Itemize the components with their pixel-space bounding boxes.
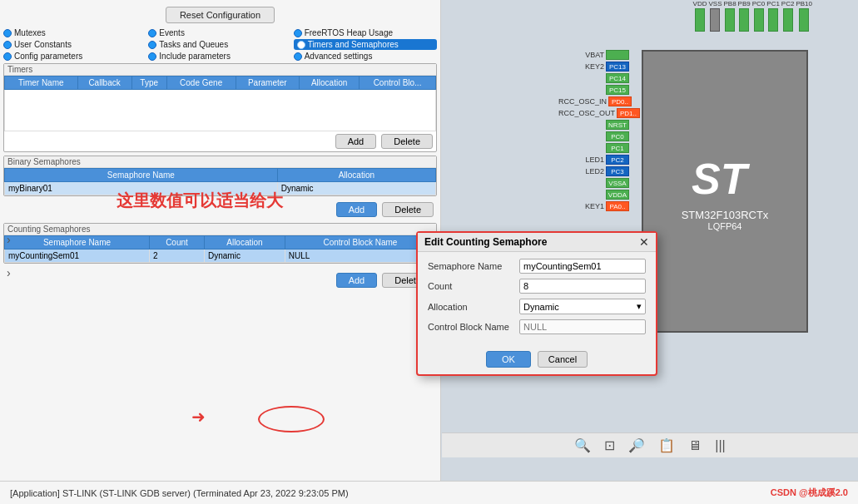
th-control-block: Control Blo... [360, 77, 436, 90]
counting-semaphores-table: Semaphore Name Count Allocation Control … [4, 235, 436, 263]
st-logo: ST [687, 152, 762, 202]
pin-box-pc0: PC0 [606, 131, 629, 141]
radio-mutexes[interactable]: Mutexes [3, 28, 146, 37]
counting-data-row[interactable]: myCountingSem01 2 Dynamic NULL [5, 250, 436, 263]
pin-col-pc2: PC2 [781, 0, 795, 32]
pin-col-vss: VSS [708, 0, 722, 32]
timers-add-button[interactable]: Add [335, 134, 377, 149]
th-parameter: Parameter [236, 77, 300, 90]
radio-timers-semaphores[interactable]: Timers and Semaphores [294, 39, 437, 50]
form-row-count: Count [428, 279, 646, 294]
copy-icon[interactable]: 📋 [658, 437, 675, 453]
add-circle-highlight [258, 406, 325, 432]
pin-pb8 [725, 8, 735, 32]
pin-row-pc15: PC15 [558, 85, 640, 95]
fit-icon[interactable]: ⊡ [604, 437, 615, 453]
control-block-input[interactable] [519, 319, 646, 334]
pin-box-vdda: VDDA [606, 190, 629, 200]
left-panel: Reset Configuration Mutexes Events FreeR… [0, 0, 441, 481]
modal-title: Edit Counting Semaphore [424, 236, 547, 248]
modal-cancel-button[interactable]: Cancel [538, 351, 588, 368]
pin-row-pc1: PC1 [558, 143, 640, 153]
radio-freertos-heap[interactable]: FreeRTOS Heap Usage [294, 28, 437, 37]
grid-icon[interactable]: ||| [715, 438, 725, 453]
pin-pc1 [768, 8, 778, 32]
radio-dot [3, 41, 12, 49]
pin-row-key1: KEY1 PA0.. [558, 201, 640, 211]
allocation-select[interactable]: Dynamic ▾ [519, 299, 646, 314]
radio-config-params[interactable]: Config parameters [3, 52, 146, 61]
zoom-out-icon[interactable]: 🔎 [628, 437, 645, 453]
status-left-text: [Application] ST-LINK (ST-LINK GDB serve… [10, 488, 349, 498]
radio-dot [294, 52, 302, 61]
form-row-allocation: Allocation Dynamic ▾ [428, 299, 646, 314]
radio-events[interactable]: Events [148, 28, 291, 37]
radio-user-constants[interactable]: User Constants [3, 39, 146, 50]
th-timer-name: Timer Name [5, 77, 78, 90]
counting-add-button[interactable]: Add [336, 273, 378, 288]
pin-box-vssa: VSSA [606, 178, 629, 188]
th-binary-allocation: Allocation [277, 169, 435, 182]
top-pins: VDD VSS PB8 PB9 PC0 [693, 0, 812, 32]
edit-counting-semaphore-dialog[interactable]: Edit Counting Semaphore ✕ Semaphore Name… [416, 231, 657, 376]
red-arrow: ➜ [191, 407, 206, 427]
status-right-text: CSDN @桃成蹊2.0 [771, 487, 848, 499]
form-row-control-block: Control Block Name [428, 319, 646, 334]
binary-add-button[interactable]: Add [336, 202, 378, 217]
binary-semaphores-title: Binary Semaphores [4, 156, 436, 168]
pin-row-vdda: VDDA [558, 190, 640, 200]
pin-col-pc1: PC1 [766, 0, 780, 32]
pin-col-pc0: PC0 [752, 0, 766, 32]
th-type: Type [131, 77, 166, 90]
pin-row-vbat: VBAT [558, 50, 640, 60]
th-callback: Callback [77, 77, 131, 90]
pin-box-vbat [606, 50, 629, 60]
radio-tasks-queues[interactable]: Tasks and Queues [148, 39, 291, 50]
screen-icon[interactable]: 🖥 [688, 438, 702, 453]
pin-row-nrst: NRST [558, 120, 640, 130]
count-input[interactable] [519, 279, 646, 294]
radio-dot [294, 29, 302, 37]
mcu-chip: ST STM32F103RCTx LQFP64 [642, 50, 808, 333]
pin-col-pb8: PB8 [723, 0, 736, 32]
timers-section: Timers Timer Name Callback Type Code Gen… [3, 63, 437, 152]
pin-vss [710, 8, 720, 32]
modal-ok-button[interactable]: OK [486, 351, 531, 368]
pin-box-pc3: PC3 [606, 166, 629, 176]
pin-row-rcc-osc-out: RCC_OSC_OUT PD1.. [558, 108, 640, 118]
th-counting-allocation: Allocation [204, 236, 285, 250]
counting-header-row: Semaphore Name Count Allocation Control … [5, 236, 436, 250]
binary-header-row: Semaphore Name Allocation [5, 169, 436, 182]
pin-row-pc0: PC0 [558, 131, 640, 141]
pin-box-nrst: NRST [606, 120, 629, 130]
pin-row-led1: LED1 PC2 [558, 155, 640, 165]
semaphore-name-input[interactable] [519, 259, 646, 274]
status-bar: [Application] ST-LINK (ST-LINK GDB serve… [0, 481, 858, 504]
modal-footer: OK Cancel [418, 346, 656, 374]
form-label-control-block: Control Block Name [428, 322, 519, 332]
mcu-model-text: STM32F103RCTx [682, 209, 769, 221]
reset-config-button[interactable]: Reset Configuration [166, 7, 275, 23]
annotation-text: 这里数值可以适当给大 [117, 190, 283, 212]
counting-row-count: 2 [149, 250, 204, 263]
timers-section-title: Timers [4, 64, 436, 76]
nav-arrow-right[interactable]: › [7, 233, 11, 246]
modal-close-button[interactable]: ✕ [639, 236, 649, 248]
nav-arrow-down[interactable]: › [7, 266, 11, 279]
pin-vdd [695, 8, 705, 32]
radio-include-params[interactable]: Include parameters [148, 52, 291, 61]
counting-row-name: myCountingSem01 [5, 250, 150, 263]
form-label-allocation: Allocation [428, 302, 519, 312]
timers-delete-button[interactable]: Delete [381, 134, 433, 149]
pin-pb9 [739, 8, 749, 32]
pin-box-pc13: PC13 [606, 62, 629, 72]
binary-row-allocation: Dynamic [277, 182, 435, 195]
binary-delete-button[interactable]: Delete [382, 202, 434, 217]
pin-col-vdd: VDD [693, 0, 707, 32]
pin-box-pc14: PC14 [606, 73, 629, 83]
pin-box-pa0: PA0.. [606, 201, 629, 211]
radio-advanced-settings[interactable]: Advanced settings [294, 52, 437, 61]
pin-box-pd0: PD0.. [608, 96, 632, 106]
pin-box-pc2: PC2 [606, 155, 629, 165]
zoom-in-icon[interactable]: 🔍 [574, 437, 591, 453]
